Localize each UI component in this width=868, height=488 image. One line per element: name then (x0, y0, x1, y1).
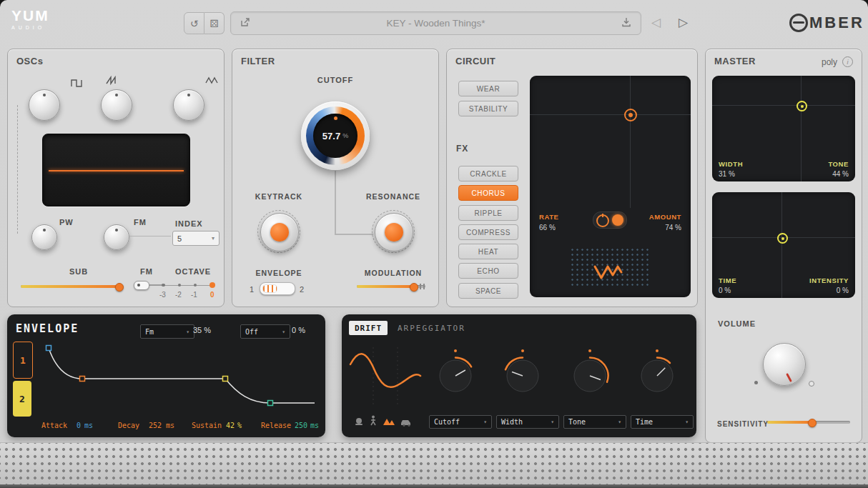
octave-value[interactable]: -1 (191, 291, 197, 299)
wear-button[interactable]: WEAR (458, 81, 518, 96)
drift-knob-2[interactable] (503, 356, 543, 396)
env-option-1[interactable]: 1 (250, 285, 254, 294)
next-preset-button[interactable]: ▷ (679, 16, 688, 29)
attack-value[interactable]: 0 (77, 422, 81, 429)
mini-handle[interactable] (134, 281, 149, 290)
cutoff-knob[interactable]: 57.7 % (301, 101, 370, 170)
preset-name[interactable]: KEY - Wooden Things* (251, 18, 621, 29)
drift-target1-dropdown[interactable]: Cutoff ▾ (429, 415, 492, 429)
envelope-graph[interactable] (37, 339, 322, 414)
save-download-icon[interactable] (621, 16, 632, 31)
undo-icon: ↺ (190, 18, 199, 29)
stability-button[interactable]: STABILITY (458, 101, 518, 116)
info-icon[interactable]: i (842, 56, 853, 67)
env-target1-dropdown[interactable]: Fm ▾ (140, 324, 194, 339)
fm-mini-slider[interactable] (134, 281, 165, 289)
fx-button-compress[interactable]: COMPRESS (458, 224, 518, 240)
drift-panel: DRIFT ARPEGGIATOR (342, 314, 696, 437)
decay-value[interactable]: 252 (149, 422, 162, 429)
index-label: INDEX (175, 219, 203, 228)
envelope-tab-1[interactable]: 1 (13, 342, 33, 379)
width-tone-xy-pad[interactable]: WIDTH 31 % TONE 44 % (712, 76, 855, 181)
xy-cursor-dot[interactable] (797, 101, 807, 111)
sustain-handle[interactable] (223, 377, 228, 382)
slider-handle[interactable] (808, 419, 817, 427)
time-intensity-xy-pad[interactable]: TIME 0 % INTENSITY 0 % (712, 192, 855, 298)
fx-button-space[interactable]: SPACE (458, 283, 518, 299)
fx-button-echo[interactable]: ECHO (458, 263, 518, 279)
octave-label: OCTAVE (175, 267, 211, 276)
drift-shape-display[interactable] (349, 343, 422, 409)
octave-dot[interactable] (162, 284, 165, 287)
slider-handle[interactable] (410, 283, 418, 292)
drift-knob-3[interactable] (570, 356, 610, 396)
fx-button-heat[interactable]: HEAT (458, 244, 518, 259)
drift-knob-4[interactable] (637, 356, 677, 396)
fx-button-crackle[interactable]: CRACKLE (458, 166, 518, 181)
sustain-value[interactable]: 42 (226, 422, 235, 429)
drift-mode-calm-icon[interactable] (353, 416, 365, 429)
env-target1-amount[interactable]: 35 % (193, 326, 211, 334)
drift-target4-dropdown[interactable]: Time ▾ (631, 415, 694, 429)
export-icon[interactable] (240, 16, 251, 31)
sub-slider[interactable] (21, 283, 122, 290)
resonance-knob[interactable] (375, 213, 413, 252)
octave-value-selected[interactable]: 0 (210, 291, 214, 299)
osc2-shape-knob[interactable] (101, 89, 132, 121)
attack-label: Attack (41, 422, 67, 429)
drift-knob2-mod-dot (521, 349, 524, 352)
modulation-slider[interactable] (357, 283, 425, 290)
drift-target2-value: Width (501, 418, 523, 426)
release-handle[interactable] (268, 401, 273, 406)
envelope-select-toggle[interactable] (260, 282, 295, 295)
octave-dot-selected[interactable] (209, 282, 215, 288)
drift-mode-walk-icon[interactable] (369, 415, 378, 429)
drift-target2-dropdown[interactable]: Width ▾ (496, 415, 559, 429)
undo-button[interactable]: ↺ (184, 12, 204, 34)
xy-cursor-dot[interactable] (777, 233, 788, 244)
fx-power-toggle[interactable] (593, 211, 627, 229)
slider-handle[interactable] (115, 283, 124, 292)
fm-knob[interactable] (104, 224, 129, 250)
modulation-label: MODULATION (356, 269, 430, 277)
octave-dot[interactable] (178, 284, 181, 287)
fx-button-ripple[interactable]: RIPPLE (458, 205, 518, 221)
env-target2-amount[interactable]: 0 % (292, 326, 305, 334)
randomize-button[interactable]: ⚄ (204, 12, 225, 34)
env-target2-dropdown[interactable]: Off ▾ (240, 324, 290, 339)
dice-icon: ⚄ (209, 18, 218, 29)
tab-drift[interactable]: DRIFT (349, 321, 388, 335)
pw-knob[interactable] (31, 224, 57, 250)
knob-indicator (115, 229, 118, 231)
sensitivity-slider[interactable] (767, 419, 850, 426)
release-value[interactable]: 250 (295, 422, 307, 429)
osc1-shape-knob[interactable] (29, 89, 60, 121)
volume-knob[interactable] (763, 343, 806, 386)
attack-handle[interactable] (46, 346, 51, 351)
osc3-shape-knob[interactable] (173, 89, 204, 121)
keytrack-knob[interactable] (260, 213, 299, 252)
knob-indicator (43, 94, 46, 96)
octave-dot[interactable] (194, 284, 197, 287)
fx-button-chorus[interactable]: CHORUS (458, 185, 518, 201)
octave-value[interactable]: -2 (175, 291, 182, 299)
circuit-xy-pad[interactable]: RATE 66 % AMOUNT 74 % (530, 76, 691, 297)
env-option-2[interactable]: 2 (300, 285, 304, 294)
prev-preset-button[interactable]: ◁ (651, 16, 661, 29)
preset-bar[interactable]: KEY - Wooden Things* (230, 11, 641, 35)
drift-knob-1[interactable] (435, 356, 475, 396)
envelope-tab-2[interactable]: 2 (13, 381, 31, 417)
tab-arpeggiator[interactable]: ARPEGGIATOR (398, 324, 465, 333)
drift-mode-drive-icon[interactable] (400, 417, 413, 429)
index-dropdown[interactable]: 5 ▾ (172, 231, 220, 246)
xy-cursor-dot[interactable] (624, 109, 637, 121)
decay-handle[interactable] (80, 377, 85, 382)
drift-target3-dropdown[interactable]: Tone ▾ (563, 415, 626, 429)
drift-mode-hike-icon[interactable] (383, 416, 395, 429)
octave-selector[interactable]: -3 -2 -1 0 (162, 281, 217, 301)
voice-mode-label[interactable]: poly (822, 57, 837, 67)
slider-fill (767, 421, 812, 424)
time-value: 0 % (719, 287, 731, 294)
cutoff-connector-h (335, 234, 373, 235)
octave-value[interactable]: -3 (159, 291, 166, 299)
